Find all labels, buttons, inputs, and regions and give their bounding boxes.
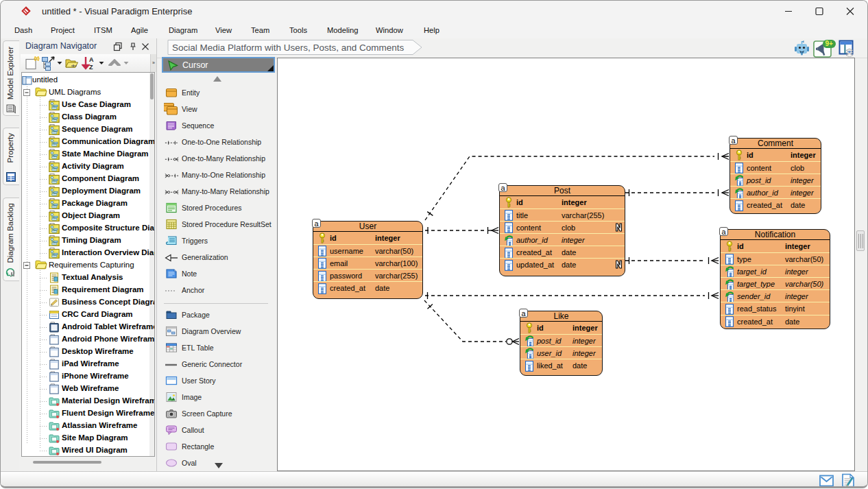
svg-text:Social Media Platform with Use: Social Media Platform with Users, Posts,… bbox=[172, 43, 405, 53]
svg-text:9+: 9+ bbox=[825, 40, 834, 47]
